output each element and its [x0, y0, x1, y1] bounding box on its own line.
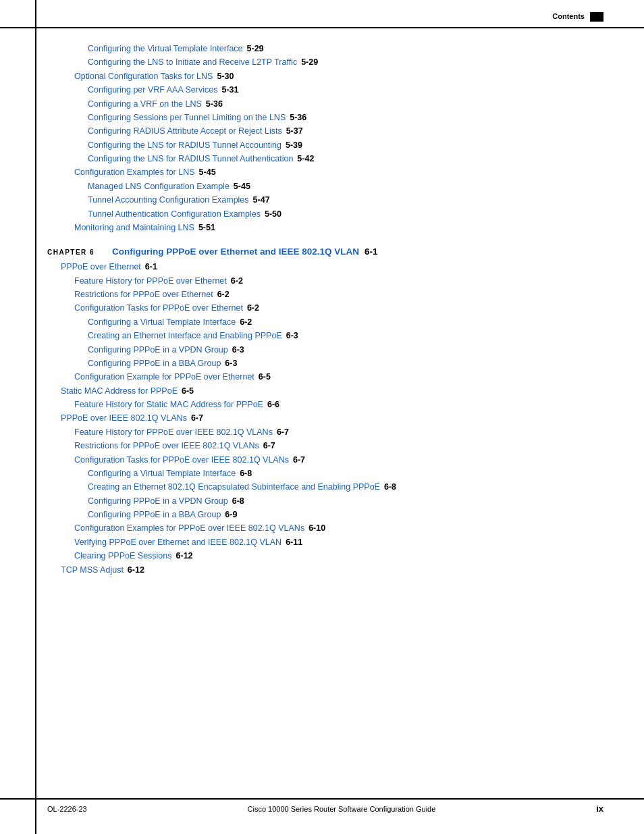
toc-item: Configuring a Virtual Template Interface… [88, 467, 603, 480]
toc-page-number: 6-11 [286, 536, 302, 549]
toc-link[interactable]: PPPoE over Ethernet [61, 261, 141, 273]
toc-link[interactable]: Configuring PPPoE in a VPDN Group [88, 495, 228, 508]
toc-page-number: 6-2 [247, 302, 259, 315]
toc-page-number: 5-29 [301, 56, 318, 69]
toc-link[interactable]: Configuration Tasks for PPPoE over IEEE … [74, 454, 289, 467]
toc-link[interactable]: Configuring per VRF AAA Services [88, 84, 217, 97]
page-header: Contents [0, 0, 644, 28]
toc-item: Configuring PPPoE in a BBA Group6-9 [88, 509, 603, 521]
toc-link[interactable]: Configuration Examples for LNS [74, 166, 195, 179]
toc-link[interactable]: Configuration Example for PPPoE over Eth… [74, 371, 254, 384]
chapter-title[interactable]: Configuring PPPoE over Ethernet and IEEE… [112, 246, 359, 257]
toc-page-number: 5-47 [253, 194, 270, 207]
toc-page-number: 5-37 [286, 125, 303, 138]
chapter-section: CHAPTER 6Configuring PPPoE over Ethernet… [47, 246, 603, 577]
toc-item: Configuring the LNS to Initiate and Rece… [88, 56, 603, 69]
toc-link[interactable]: Configuring a Virtual Template Interface [88, 316, 236, 329]
toc-page-number: 6-12 [128, 564, 144, 577]
toc-page-number: 5-50 [265, 208, 281, 221]
page-border [35, 0, 36, 834]
toc-page-number: 5-45 [199, 166, 216, 179]
toc-page-number: 6-3 [232, 344, 244, 357]
toc-item: Configuring the LNS for RADIUS Tunnel Au… [88, 153, 603, 165]
toc-item: Configuring per VRF AAA Services5-31 [88, 84, 603, 97]
toc-item: Configuring Sessions per Tunnel Limiting… [88, 111, 603, 124]
toc-page-number: 6-7 [293, 454, 305, 467]
toc-link[interactable]: Feature History for PPPoE over Ethernet [74, 275, 227, 288]
toc-page-number: 6-3 [286, 330, 298, 342]
toc-link[interactable]: Configuring a Virtual Template Interface [88, 467, 236, 480]
chapter-heading: CHAPTER 6Configuring PPPoE over Ethernet… [47, 246, 603, 257]
toc-page-number: 6-1 [145, 261, 157, 273]
toc-link[interactable]: Creating an Ethernet 802.1Q Encapsulated… [88, 481, 380, 494]
toc-link[interactable]: Creating an Ethernet Interface and Enabl… [88, 330, 282, 342]
toc-page-number: 6-12 [176, 550, 193, 563]
toc-item: Configuration Examples for PPPoE over IE… [74, 522, 603, 535]
toc-link[interactable]: Monitoring and Maintaining LNS [74, 221, 194, 234]
toc-link[interactable]: Feature History for Static MAC Address f… [74, 398, 263, 411]
toc-link[interactable]: Configuring PPPoE in a BBA Group [88, 509, 221, 521]
toc-link[interactable]: Configuring PPPoE in a BBA Group [88, 357, 221, 370]
toc-link[interactable]: Configuring Sessions per Tunnel Limiting… [88, 111, 286, 124]
toc-item: Configuring a Virtual Template Interface… [88, 316, 603, 329]
toc-link[interactable]: Verifying PPPoE over Ethernet and IEEE 8… [74, 536, 281, 549]
toc-link[interactable]: Configuring the Virtual Template Interfa… [88, 43, 243, 55]
toc-item: Creating an Ethernet 802.1Q Encapsulated… [88, 481, 603, 494]
toc-link[interactable]: Configuration Tasks for PPPoE over Ether… [74, 302, 243, 315]
toc-item: Creating an Ethernet Interface and Enabl… [88, 330, 603, 342]
toc-item: Verifying PPPoE over Ethernet and IEEE 8… [74, 536, 603, 549]
toc-page-number: 6-5 [259, 371, 271, 384]
toc-item: Configuring PPPoE in a VPDN Group6-8 [88, 495, 603, 508]
toc-page-number: 6-7 [191, 412, 203, 425]
toc-item: Feature History for PPPoE over Ethernet6… [74, 275, 603, 288]
toc-link[interactable]: Static MAC Address for PPPoE [61, 385, 178, 398]
toc-item: TCP MSS Adjust6-12 [61, 564, 603, 577]
toc-page-number: 6-2 [240, 316, 252, 329]
toc-item: Configuring PPPoE in a BBA Group6-3 [88, 357, 603, 370]
toc-page-number: 5-29 [247, 43, 264, 55]
toc-link[interactable]: Configuring RADIUS Attribute Accept or R… [88, 125, 282, 138]
toc-page-number: 6-3 [225, 357, 237, 370]
toc-link[interactable]: Clearing PPPoE Sessions [74, 550, 172, 563]
toc-page-number: 5-36 [290, 111, 306, 124]
toc-link[interactable]: Feature History for PPPoE over IEEE 802.… [74, 426, 273, 439]
toc-item: Restrictions for PPPoE over IEEE 802.1Q … [74, 440, 603, 452]
toc-item: Restrictions for PPPoE over Ethernet6-2 [74, 288, 603, 301]
toc-link[interactable]: Managed LNS Configuration Example [88, 180, 230, 193]
toc-link[interactable]: Tunnel Authentication Configuration Exam… [88, 208, 261, 221]
toc-items: Configuring the Virtual Template Interfa… [47, 43, 603, 234]
toc-item: PPPoE over Ethernet6-1 [61, 261, 603, 273]
toc-page-number: 6-7 [263, 440, 275, 452]
toc-link[interactable]: Configuring PPPoE in a VPDN Group [88, 344, 228, 357]
toc-link[interactable]: Optional Configuration Tasks for LNS [74, 70, 213, 83]
toc-page-number: 6-2 [231, 275, 243, 288]
toc-page-number: 6-8 [240, 467, 252, 480]
chapter-label: CHAPTER 6 [47, 249, 101, 256]
header-rule-box [590, 12, 603, 22]
toc-link[interactable]: TCP MSS Adjust [61, 564, 124, 577]
toc-link[interactable]: Configuring the LNS to Initiate and Rece… [88, 56, 297, 69]
toc-item: Tunnel Authentication Configuration Exam… [88, 208, 603, 221]
toc-link[interactable]: Restrictions for PPPoE over IEEE 802.1Q … [74, 440, 259, 452]
toc-link[interactable]: Configuring the LNS for RADIUS Tunnel Au… [88, 153, 293, 165]
toc-link[interactable]: Configuration Examples for PPPoE over IE… [74, 522, 304, 535]
toc-page-number: 5-31 [221, 84, 238, 97]
footer-doc-number: OL-2226-23 [47, 805, 87, 813]
toc-link[interactable]: Restrictions for PPPoE over Ethernet [74, 288, 213, 301]
toc-item: Tunnel Accounting Configuration Examples… [88, 194, 603, 207]
footer-page-number: ix [596, 804, 603, 814]
toc-page-number: 6-8 [384, 481, 396, 494]
toc-item: Configuring a VRF on the LNS5-36 [88, 98, 603, 111]
toc-item: Feature History for PPPoE over IEEE 802.… [74, 426, 603, 439]
toc-link[interactable]: Configuring a VRF on the LNS [88, 98, 202, 111]
toc-link[interactable]: PPPoE over IEEE 802.1Q VLANs [61, 412, 187, 425]
toc-page-number: 6-7 [277, 426, 289, 439]
toc-item: Configuration Tasks for PPPoE over IEEE … [74, 454, 603, 467]
toc-item: Configuration Example for PPPoE over Eth… [74, 371, 603, 384]
toc-page-number: 5-42 [297, 153, 314, 165]
toc-item: PPPoE over IEEE 802.1Q VLANs6-7 [61, 412, 603, 425]
toc-item: Configuring RADIUS Attribute Accept or R… [88, 125, 603, 138]
toc-page-number: 6-9 [225, 509, 237, 521]
toc-link[interactable]: Configuring the LNS for RADIUS Tunnel Ac… [88, 139, 281, 152]
toc-link[interactable]: Tunnel Accounting Configuration Examples [88, 194, 249, 207]
